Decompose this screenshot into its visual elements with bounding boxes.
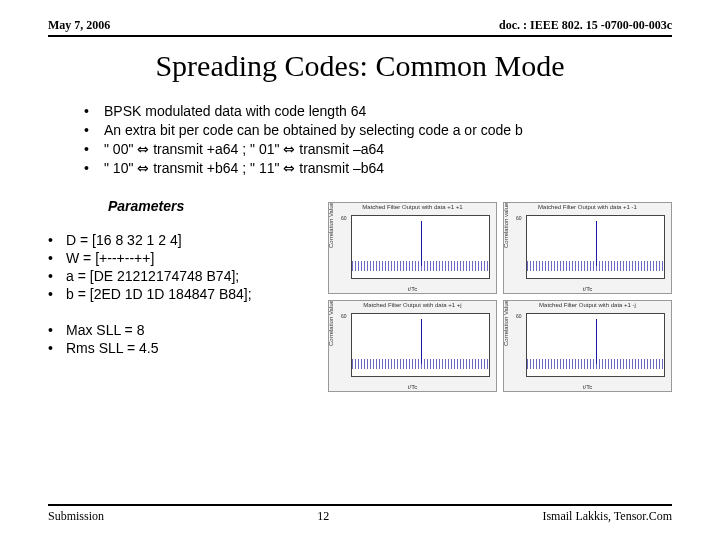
bullet-text: BPSK modulated data with code length 64 [104, 103, 366, 119]
footer-page: 12 [317, 509, 329, 524]
list-item: •BPSK modulated data with code length 64 [84, 103, 672, 119]
bullet-dot: • [48, 286, 66, 302]
list-item: •b = [2ED 1D 1D 184847 B84]; [48, 286, 328, 302]
footer-row: Submission 12 Ismail Lakkis, Tensor.Com [48, 509, 672, 524]
bullet-text: " 00" ⇔ transmit +a64 ; " 01" ⇔ transmit… [104, 141, 384, 157]
list-item: •a = [DE 21212174748 B74]; [48, 268, 328, 284]
chart-panel: Matched Filter Output with data +1 +1 Co… [328, 202, 497, 294]
lower-section: •D = [16 8 32 1 2 4] •W = [+--+--++] •a … [48, 232, 672, 392]
chart-plot-area [351, 215, 490, 279]
header-date: May 7, 2006 [48, 18, 110, 33]
chart-plot-area [526, 215, 665, 279]
footer-rule [48, 504, 672, 506]
chart-title: Matched Filter Output with data +1 +1 [329, 204, 496, 210]
chart-ytick: 60 [341, 215, 347, 221]
bullet-text: " 10" ⇔ transmit +b64 ; " 11" ⇔ transmit… [104, 160, 384, 176]
bullet-dot: • [84, 160, 104, 176]
chart-xlabel: t/Tc [329, 384, 496, 390]
chart-spike-icon [596, 221, 597, 266]
chart-plot-area [351, 313, 490, 377]
bullet-dot: • [48, 268, 66, 284]
bullet-dot: • [48, 250, 66, 266]
chart-xlabel: t/Tc [504, 384, 671, 390]
bullet-dot: • [84, 141, 104, 157]
chart-panel: Matched Filter Output with data +1 -1 Co… [503, 202, 672, 294]
stat-text: Rms SLL = 4.5 [66, 340, 158, 356]
top-bullet-list: •BPSK modulated data with code length 64… [84, 103, 672, 176]
chart-panel: Matched Filter Output with data +1 +j Co… [328, 300, 497, 392]
header-rule [48, 35, 672, 37]
param-text: a = [DE 21212174748 B74]; [66, 268, 239, 284]
page-title: Spreading Codes: Common Mode [48, 49, 672, 83]
chart-xlabel: t/Tc [504, 286, 671, 292]
header-doc: doc. : IEEE 802. 15 -0700-00-003c [499, 18, 672, 33]
chart-grid: Matched Filter Output with data +1 +1 Co… [328, 202, 672, 392]
bullet-dot: • [48, 340, 66, 356]
header-row: May 7, 2006 doc. : IEEE 802. 15 -0700-00… [48, 18, 672, 35]
footer-left: Submission [48, 509, 104, 524]
chart-ylabel: Correlation Value [328, 300, 334, 346]
stat-text: Max SLL = 8 [66, 322, 144, 338]
parameters-column: •D = [16 8 32 1 2 4] •W = [+--+--++] •a … [48, 232, 328, 358]
list-item: •" 00" ⇔ transmit +a64 ; " 01" ⇔ transmi… [84, 141, 672, 157]
bullet-text: An extra bit per code can be obtained by… [104, 122, 523, 138]
chart-ylabel: Correlation Value [328, 202, 334, 248]
chart-spike-icon [596, 319, 597, 364]
chart-ytick: 60 [341, 313, 347, 319]
chart-spike-icon [421, 221, 422, 266]
list-item: •Max SLL = 8 [48, 322, 328, 338]
chart-xlabel: t/Tc [329, 286, 496, 292]
list-item: •An extra bit per code can be obtained b… [84, 122, 672, 138]
chart-ytick: 60 [516, 313, 522, 319]
chart-ylabel: Correlation Value [503, 300, 509, 346]
footer-author: Ismail Lakkis, Tensor.Com [542, 509, 672, 524]
list-item: •" 10" ⇔ transmit +b64 ; " 11" ⇔ transmi… [84, 160, 672, 176]
chart-plot-area [526, 313, 665, 377]
bullet-dot: • [84, 122, 104, 138]
param-text: W = [+--+--++] [66, 250, 154, 266]
bullet-dot: • [84, 103, 104, 119]
list-item: •Rms SLL = 4.5 [48, 340, 328, 356]
chart-ylabel: Correlation value [503, 203, 509, 248]
chart-spike-icon [421, 319, 422, 364]
chart-ytick: 60 [516, 215, 522, 221]
bullet-dot: • [48, 232, 66, 248]
chart-title: Matched Filter Output with data +1 -1 [504, 204, 671, 210]
chart-panel: Matched Filter Output with data +1 -j Co… [503, 300, 672, 392]
chart-title: Matched Filter Output with data +1 +j [329, 302, 496, 308]
list-item: •W = [+--+--++] [48, 250, 328, 266]
param-text: b = [2ED 1D 1D 184847 B84]; [66, 286, 252, 302]
bullet-dot: • [48, 322, 66, 338]
list-item: •D = [16 8 32 1 2 4] [48, 232, 328, 248]
param-text: D = [16 8 32 1 2 4] [66, 232, 182, 248]
chart-title: Matched Filter Output with data +1 -j [504, 302, 671, 308]
